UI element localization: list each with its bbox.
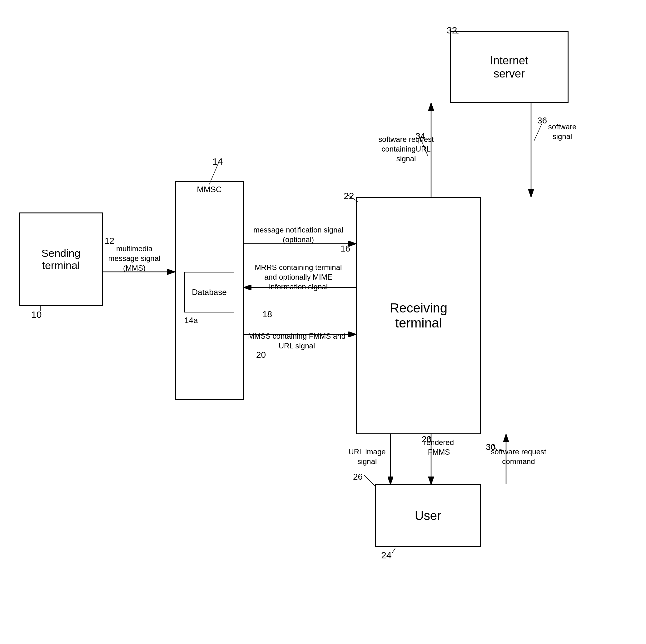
ref-12: 12 [105,236,114,246]
mmsc-label: MMSC [181,184,237,195]
ref-14a: 14a [184,315,198,325]
message-notification-label: message notification signal (optional) [250,225,347,244]
database-box: Database [184,272,234,312]
ref-32: 32 [447,25,457,35]
ref-20: 20 [256,350,266,360]
internet-server-label: Internet server [490,54,528,80]
ref-18: 18 [262,309,272,319]
ref-22: 22 [344,191,354,201]
sending-terminal-label: Sending terminal [41,247,81,272]
mrrs-label: MRRS containing terminal and optionally … [250,263,347,292]
url-image-label: URL image signal [340,447,394,466]
ref-30: 30 [486,442,496,452]
mmss-label: MMSS containing FMMS and URL signal [247,331,347,351]
receiving-terminal-label: Receiving terminal [390,301,447,331]
ref-16: 16 [340,244,350,254]
user-box: User [375,484,481,547]
multimedia-message-label: multimedia message signal (MMS) [106,244,163,273]
sending-terminal-box: Sending terminal [19,212,103,306]
ref-24: 24 [381,550,392,561]
receiving-terminal-box: Receiving terminal [356,197,481,434]
diagram: Sending terminal 10 MMSC 14 Database 14a… [0,0,646,644]
internet-server-box: Internet server [450,31,568,103]
ref-26: 26 [353,472,363,482]
software-request-url-label: software request containingURL signal [372,134,440,164]
ref-14: 14 [212,156,223,167]
user-label: User [415,509,441,523]
ref-36: 36 [537,116,547,125]
database-label: Database [192,287,226,297]
software-request-cmd-label: software request command [487,447,550,466]
ref-10: 10 [31,309,41,320]
ref-28: 28 [422,434,431,444]
ref-34: 34 [416,131,425,141]
